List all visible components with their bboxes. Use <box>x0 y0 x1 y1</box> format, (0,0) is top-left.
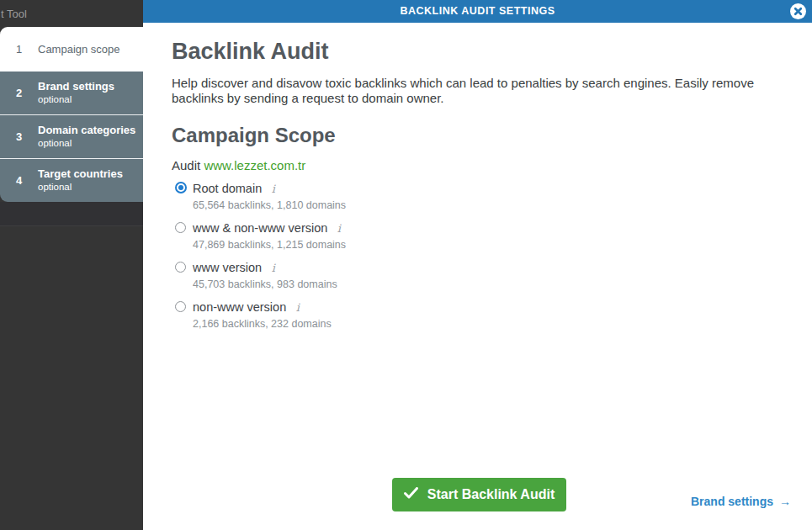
info-icon[interactable]: i <box>272 183 275 195</box>
radio-icon[interactable] <box>175 301 186 312</box>
step-optional-note: optional <box>38 181 123 193</box>
option-label[interactable]: www & non-www version <box>193 221 327 235</box>
step-number: 2 <box>0 87 38 99</box>
radio-icon[interactable] <box>175 222 186 233</box>
step-target-countries[interactable]: 4 Target countries optional <box>0 159 143 202</box>
info-icon[interactable]: i <box>337 222 341 235</box>
step-label: Campaign scope <box>38 43 120 56</box>
step-optional-note: optional <box>38 93 114 106</box>
option-www-and-non-www[interactable]: www & non-www version i 47,869 backlinks… <box>175 220 346 260</box>
step-number: 4 <box>0 174 38 187</box>
option-label[interactable]: non-www version <box>193 300 286 314</box>
dimmed-background-strip <box>0 202 143 226</box>
page-description: Help discover and disavow toxic backlink… <box>172 76 794 106</box>
start-button-label: Start Backlink Audit <box>427 487 555 502</box>
step-number: 1 <box>0 43 38 56</box>
step-domain-categories[interactable]: 3 Domain categories optional <box>0 115 143 158</box>
audit-label: Audit <box>172 158 200 172</box>
option-stats: 2,166 backlinks, 232 domains <box>193 318 346 330</box>
option-stats: 45,703 backlinks, 983 domains <box>193 278 346 290</box>
option-label[interactable]: Root domain <box>193 182 262 195</box>
section-title-campaign-scope: Campaign Scope <box>172 124 336 147</box>
scope-options-group: Root domain i 65,564 backlinks, 1,810 do… <box>175 181 346 339</box>
audit-domain-link[interactable]: www.lezzet.com.tr <box>204 158 305 172</box>
start-backlink-audit-button[interactable]: Start Backlink Audit <box>392 478 566 511</box>
step-campaign-scope[interactable]: 1 Campaign scope <box>0 27 143 72</box>
step-label: Domain categories <box>38 124 135 137</box>
step-label: Brand settings <box>38 80 114 93</box>
step-optional-note: optional <box>38 137 135 150</box>
close-button[interactable] <box>790 3 806 19</box>
radio-icon[interactable] <box>175 262 186 273</box>
option-label[interactable]: www version <box>193 261 262 274</box>
option-non-www-version[interactable]: non-www version i 2,166 backlinks, 232 d… <box>175 299 346 339</box>
modal-header: BACKLINK AUDIT SETTINGS <box>143 0 812 23</box>
info-icon[interactable]: i <box>296 301 300 314</box>
audit-domain-line: Audit www.lezzet.com.tr <box>172 158 305 172</box>
option-www-version[interactable]: www version i 45,703 backlinks, 983 doma… <box>175 260 346 299</box>
next-step-brand-settings-link[interactable]: Brand settings→ <box>691 495 791 508</box>
modal-title: BACKLINK AUDIT SETTINGS <box>143 0 812 23</box>
step-brand-settings[interactable]: 2 Brand settings optional <box>0 72 143 114</box>
step-label: Target countries <box>38 167 123 181</box>
close-icon <box>790 9 806 22</box>
wizard-steps-panel: 1 Campaign scope 2 Brand settings option… <box>0 27 143 202</box>
arrow-right-icon: → <box>779 495 791 508</box>
background-window-title: t Tool <box>1 8 27 20</box>
next-link-label: Brand settings <box>691 495 773 508</box>
option-stats: 47,869 backlinks, 1,215 domains <box>193 239 346 251</box>
page-title: Backlink Audit <box>172 39 329 65</box>
backlink-audit-settings-modal: t Tool BACKLINK AUDIT SETTINGS 1 Campaig… <box>0 0 812 530</box>
step-number: 3 <box>0 130 38 143</box>
check-icon <box>404 487 418 502</box>
option-stats: 65,564 backlinks, 1,810 domains <box>193 199 346 211</box>
info-icon[interactable]: i <box>272 262 275 274</box>
radio-selected-icon[interactable] <box>175 182 187 193</box>
option-root-domain[interactable]: Root domain i 65,564 backlinks, 1,810 do… <box>175 181 346 220</box>
